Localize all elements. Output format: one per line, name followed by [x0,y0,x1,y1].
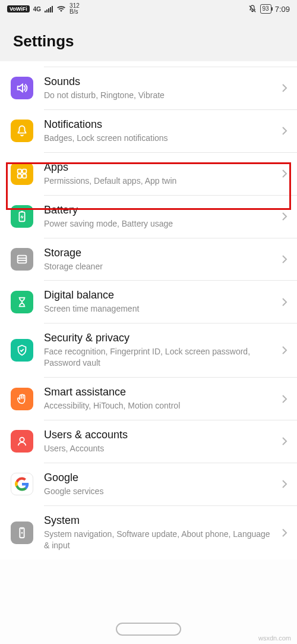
status-left: VoWiFi 4G 312 B/s [7,3,80,15]
row-title: Battery [44,204,277,216]
row-users-accounts[interactable]: Users & accounts Users, Accounts [0,420,297,463]
chevron-right-icon [282,212,287,221]
status-right: 93 7:09 [248,4,290,14]
row-title: Digital balance [44,289,277,301]
chevron-right-icon [282,126,287,136]
wifi-icon [56,5,66,12]
svg-rect-1 [23,169,26,173]
row-storage[interactable]: Storage Storage cleaner [0,238,297,281]
row-security[interactable]: Security & privacy Face recognition, Fin… [0,323,297,377]
chevron-right-icon [282,436,287,446]
row-title: Google [44,472,277,484]
signal-icon [45,5,53,12]
storage-icon [11,248,33,271]
row-title: Security & privacy [44,332,277,344]
chevron-right-icon [282,255,287,264]
svg-rect-6 [18,256,27,263]
row-sub: Google services [44,486,277,497]
chevron-right-icon [282,394,287,404]
apps-icon [11,162,33,185]
row-smart-assistance[interactable]: Smart assistance Accessibility, HiTouch,… [0,378,297,420]
row-title: Smart assistance [44,386,277,398]
row-sub: Users, Accounts [44,443,277,454]
row-sub: Storage cleaner [44,261,277,272]
row-digital-balance[interactable]: Digital balance Screen time management [0,281,297,323]
data-rate: 312 B/s [69,3,80,15]
battery-icon [11,205,33,228]
system-icon [11,522,33,544]
row-title: Users & accounts [44,429,277,441]
sound-icon [11,77,33,99]
chevron-right-icon [282,83,287,93]
gesture-nav-pill[interactable] [116,623,181,636]
watermark: wsxdn.com [258,634,291,642]
svg-rect-0 [18,169,21,173]
user-icon [11,430,33,453]
svg-rect-2 [18,174,21,178]
row-apps[interactable]: Apps Permissions, Default apps, App twin [0,153,297,195]
chevron-right-icon [282,345,287,355]
bell-icon [11,120,33,142]
row-sub: Permissions, Default apps, App twin [44,175,277,187]
svg-point-11 [21,532,23,533]
row-title: Apps [44,161,277,174]
vowifi-badge: VoWiFi [7,5,30,12]
shield-icon [11,339,33,362]
row-sub: Face recognition, Fingerprint ID, Lock s… [44,346,277,369]
row-battery[interactable]: Battery Power saving mode, Battery usage [0,196,297,238]
row-system[interactable]: System System navigation, Software updat… [0,506,297,560]
battery-indicator: 93 [260,4,271,14]
row-sounds[interactable]: Sounds Do not disturb, Ringtone, Vibrate [0,67,297,109]
svg-rect-3 [23,174,26,178]
row-sub: Accessibility, HiTouch, Motion control [44,400,277,411]
page-title: Settings [13,32,284,51]
row-google[interactable]: Google Google services [0,463,297,505]
chevron-right-icon [282,479,287,489]
header: Settings [0,18,297,61]
mute-icon [248,5,257,13]
chevron-right-icon [282,297,287,307]
clock: 7:09 [275,5,290,14]
row-notifications[interactable]: Notifications Badges, Lock screen notifi… [0,110,297,152]
row-sub: Badges, Lock screen notifications [44,133,277,144]
row-title: Notifications [44,118,277,131]
svg-point-9 [20,438,24,442]
status-bar: VoWiFi 4G 312 B/s 93 7:09 [0,0,297,18]
row-sub: Screen time management [44,303,277,315]
chevron-right-icon [282,528,287,538]
row-sub: Power saving mode, Battery usage [44,218,277,230]
svg-rect-5 [21,211,23,212]
row-title: Storage [44,247,277,259]
row-title: Sounds [44,76,277,88]
chevron-right-icon [282,169,287,178]
row-title: System [44,514,277,527]
hourglass-icon [11,291,33,313]
google-icon [11,473,33,495]
network-label: 4G [33,6,41,12]
svg-rect-12 [21,528,23,529]
hand-icon [11,388,33,410]
row-sub: System navigation, Software update, Abou… [44,529,277,551]
row-sub: Do not disturb, Ringtone, Vibrate [44,90,277,101]
settings-list[interactable]: Sounds Do not disturb, Ringtone, Vibrate… [0,61,297,560]
